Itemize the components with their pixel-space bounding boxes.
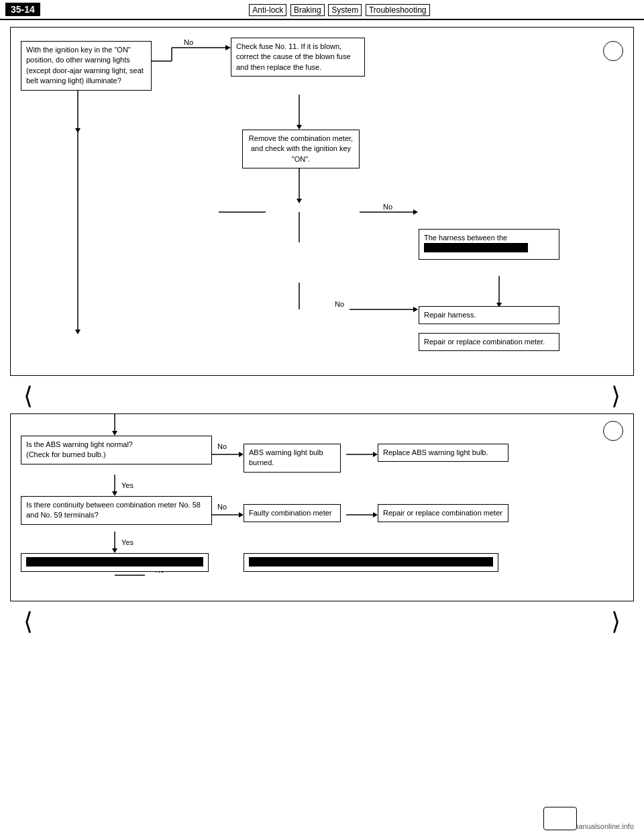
- svg-text:No: No: [184, 38, 193, 46]
- box-ignition: With the ignition key in the "ON" positi…: [21, 41, 152, 91]
- svg-marker-41: [112, 548, 117, 553]
- svg-marker-35: [239, 512, 244, 518]
- svg-marker-15: [413, 209, 418, 215]
- box-check-fuse: Check fuse No. 11. If it is blown, corre…: [231, 38, 365, 77]
- lower-flowchart: No Yes No Yes No Is the ABS w: [10, 413, 634, 601]
- svg-marker-25: [112, 431, 117, 436]
- redacted-text-1: [424, 243, 528, 252]
- page-header: 35-14 Anti-lock Braking System Troublesh…: [0, 0, 644, 20]
- bracket-left-1: ⟨: [23, 384, 33, 408]
- title-part-2: Braking: [290, 4, 325, 16]
- bracket-right-2: ⟩: [611, 609, 621, 634]
- box-abs-normal: Is the ABS warning light normal?(Check f…: [21, 436, 212, 464]
- box-replace-abs: Replace ABS warning light bulb.: [378, 444, 508, 462]
- box-remove-meter: Remove the combination meter, and check …: [242, 130, 360, 168]
- svg-marker-38: [373, 512, 378, 518]
- box-continuity: Is there continuity between combination …: [21, 496, 212, 525]
- redacted-text-3: [249, 557, 493, 567]
- bracket-continuation-2: ⟨ ⟩: [10, 607, 634, 636]
- box-repair-replace-lower: Repair or replace combination meter: [378, 504, 508, 522]
- header-title: Anti-lock Braking System Troubleshooting: [40, 5, 639, 15]
- bracket-left-2: ⟨: [23, 609, 33, 634]
- main-content: No No No: [0, 20, 644, 646]
- box-faulty-meter: Faulty combination meter: [244, 504, 341, 522]
- box-repair-harness: Repair harness.: [419, 306, 559, 324]
- page-number: 35-14: [5, 3, 40, 16]
- box-harness-between: The harness between the: [419, 229, 559, 260]
- circle-connector-2: [603, 421, 623, 441]
- svg-text:No: No: [383, 203, 392, 211]
- svg-marker-33: [112, 491, 117, 496]
- bracket-continuation-1: ⟨ ⟩: [10, 381, 634, 411]
- upper-flowchart: No No No: [10, 27, 634, 376]
- title-part-3: System: [328, 4, 362, 16]
- title-part-1: Anti-lock: [249, 4, 286, 16]
- box-abs-burned: ABS warning light bulb burned.: [244, 444, 341, 473]
- box-next-level-right: [244, 553, 498, 572]
- svg-marker-23: [75, 330, 80, 334]
- svg-marker-3: [225, 45, 231, 50]
- svg-marker-10: [297, 199, 302, 203]
- svg-text:No: No: [335, 300, 344, 308]
- svg-marker-21: [413, 307, 418, 312]
- box-repair-replace-upper: Repair or replace combination meter.: [419, 333, 559, 351]
- circle-connector-1: [603, 41, 623, 61]
- svg-marker-6: [75, 128, 80, 133]
- svg-text:No: No: [217, 503, 227, 511]
- svg-marker-27: [239, 452, 244, 457]
- title-part-4: Troubleshooting: [366, 4, 430, 16]
- svg-text:No: No: [217, 442, 227, 450]
- svg-text:Yes: Yes: [121, 481, 133, 489]
- svg-text:Yes: Yes: [121, 538, 133, 546]
- redacted-text-2: [26, 557, 203, 567]
- abs-normal-text: Is the ABS warning light normal?(Check f…: [26, 440, 133, 458]
- svg-marker-30: [373, 452, 378, 457]
- footer-logo-box: [543, 807, 577, 830]
- bracket-right-1: ⟩: [611, 384, 621, 408]
- box-next-level-left: [21, 553, 209, 572]
- svg-marker-8: [297, 125, 302, 130]
